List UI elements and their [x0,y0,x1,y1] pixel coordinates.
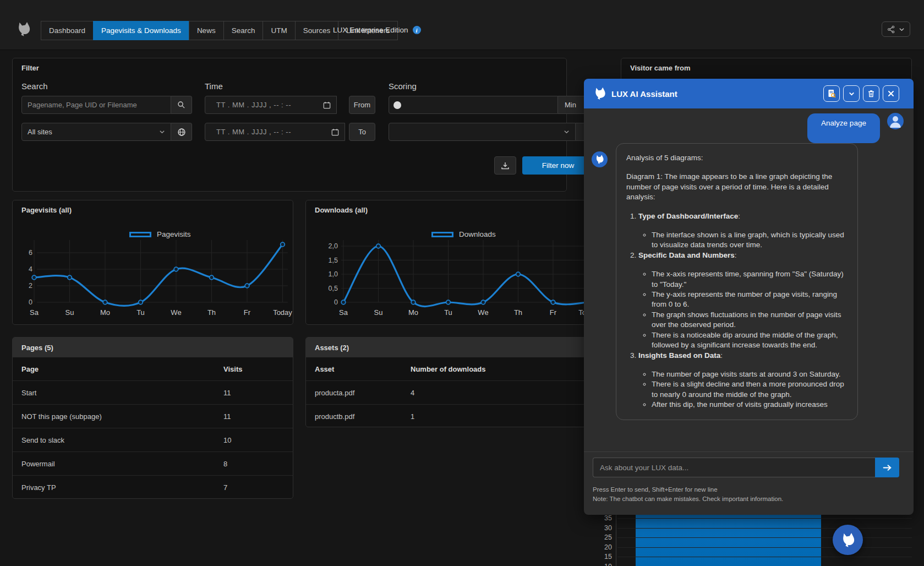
table-cell: 11 [215,389,293,397]
info-icon[interactable]: i [413,26,421,34]
chevron-down-icon [159,129,165,135]
scoring-slider-knob[interactable] [393,101,401,109]
analysis-bullet: After this dip, the number of visits gra… [652,400,848,410]
site-select[interactable]: All sites [21,123,171,141]
column-header: Page [13,365,215,373]
svg-text:Mo: Mo [408,308,418,317]
user-avatar [887,113,904,129]
site-select-value: All sites [28,128,52,136]
svg-text:Tu: Tu [444,308,452,317]
table-cell: Start [13,389,215,397]
date-to-addon-label: To [349,123,375,141]
filter-now-button[interactable]: Filter now [522,156,594,175]
close-chat-button[interactable] [883,85,899,102]
bar-chart-ytick: 35 [590,514,612,522]
analysis-bullet: The graph shows fluctuations in the numb… [652,310,848,330]
svg-text:4: 4 [29,265,32,273]
tab-dashboard[interactable]: Dashboard [41,21,94,40]
pages-table-title: Pages (5) [13,338,293,357]
date-from-input[interactable]: TT . MM . JJJJ , -- : -- [205,96,337,114]
date-to-placeholder: TT . MM . JJJJ , -- : -- [211,128,291,136]
search-icon [177,101,185,109]
search-button[interactable] [171,96,192,114]
analysis-bullet: The x-axis represents time, spanning fro… [652,269,848,290]
search-label: Search [21,81,48,91]
downloads-line-chart: 00,51,01,52,0SaSuMoTuWeThFrToday [306,200,606,325]
search-input[interactable] [21,96,171,114]
chevron-down-icon [848,90,855,97]
scoring-select[interactable] [389,123,576,141]
svg-text:Sa: Sa [30,308,39,317]
table-row: producta.pdf4 [306,380,605,404]
document-analyze-icon [827,89,836,98]
column-header: Number of downloads [402,365,605,373]
gridline [617,518,912,519]
chat-fab-button[interactable] [833,525,863,555]
analyze-page-button[interactable] [823,85,840,102]
close-icon [888,90,894,97]
table-cell: 7 [215,483,293,492]
table-row: Powermail8 [13,451,293,475]
svg-text:1,0: 1,0 [329,270,338,278]
pagevisits-line-chart: 0246SaSuMoTuWeThFrToday [13,200,294,325]
gridline [617,557,912,557]
tab-pagevisits-downloads[interactable]: Pagevisits & Downloads [93,21,189,40]
analysis-item-title: Insights Based on Data [638,351,720,360]
chat-note: Note: The chatbot can make mistakes. Che… [593,496,783,502]
table-cell: producta.pdf [306,389,402,397]
analysis-bullet: The interface shown is a line graph, whi… [652,230,848,251]
downloads-chart-panel: Downloads (all) Downloads 00,51,01,52,0S… [305,200,605,325]
site-globe-button[interactable] [171,123,192,141]
svg-text:0: 0 [29,298,32,306]
chat-footer: Press Enter to send, Shift+Enter for new… [584,451,914,515]
table-row: Privacy TP7 [13,475,293,499]
clear-chat-button[interactable] [863,85,879,102]
date-to-input[interactable]: TT . MM . JJJJ , -- : -- [205,123,345,141]
scoring-slider[interactable] [389,96,558,114]
svg-text:Today: Today [273,308,292,317]
tab-news[interactable]: News [189,21,224,40]
date-from-addon-label: From [349,96,375,114]
svg-text:Th: Th [514,308,522,317]
bar-chart-ytick: 15 [590,553,612,560]
share-menu-button[interactable] [882,21,910,37]
calendar-icon[interactable] [323,101,331,109]
analysis-item-title: Type of Dashboard/Interface [638,212,738,220]
assistant-intro: Analysis of 5 diagrams: [626,153,848,163]
chat-input[interactable] [593,458,875,477]
analysis-bullet: There is a noticeable dip around the mid… [652,330,848,351]
analysis-item: Insights Based on Data:The number of pag… [638,351,848,410]
svg-text:0,5: 0,5 [329,285,338,292]
svg-text:Sa: Sa [339,308,348,317]
tab-utm[interactable]: UTM [263,21,295,40]
assistant-analysis-list: Type of Dashboard/Interface:The interfac… [626,211,848,410]
time-label: Time [205,81,223,91]
y-axis-line [616,511,616,566]
svg-text:6: 6 [29,249,32,257]
svg-text:Mo: Mo [100,308,110,317]
trash-icon [867,90,875,97]
export-button[interactable] [494,156,516,175]
filter-panel: Filter Search All sites [12,58,567,192]
calendar-icon[interactable] [331,128,339,136]
tab-search[interactable]: Search [223,21,264,40]
tab-sources[interactable]: Sources [295,21,339,40]
chevron-down-icon [564,129,570,135]
send-button[interactable] [875,458,899,477]
svg-text:We: We [171,308,181,317]
lynx-logo-icon [593,86,607,101]
minimize-chat-button[interactable] [843,85,860,102]
table-row: productb.pdf1 [306,404,605,428]
svg-text:Tu: Tu [136,308,145,317]
lux-lynx-logo-icon [15,20,32,39]
chevron-down-icon [899,26,905,32]
table-cell: 4 [402,389,605,397]
chat-title: LUX AI Assistant [611,89,677,99]
chat-header: LUX AI Assistant [584,79,914,108]
table-cell: Powermail [13,460,215,468]
share-icon [887,25,895,34]
bar-chart-ytick: 10 [590,563,612,566]
bar-chart-ytick: 25 [590,534,612,541]
filter-title: Filter [21,64,39,72]
svg-text:Su: Su [374,308,383,317]
